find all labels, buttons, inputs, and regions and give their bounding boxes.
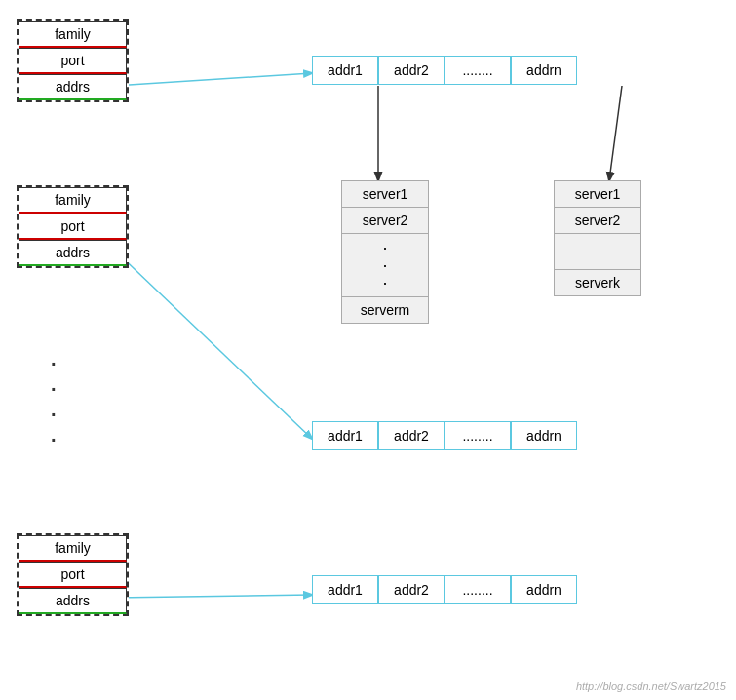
addr-row3-cell2: addr2 <box>378 575 445 604</box>
svg-line-0 <box>114 73 312 86</box>
struct3-port: port <box>19 562 127 588</box>
struct3-family: family <box>19 535 127 562</box>
srv2-cell4: serverk <box>555 270 640 295</box>
struct2-addrs: addrs <box>19 240 127 266</box>
diagram: family port addrs family port addrs ····… <box>0 0 736 700</box>
srv2-cell2: server2 <box>555 208 640 234</box>
addr-row1-cell1: addr1 <box>312 56 378 85</box>
svg-line-2 <box>609 86 622 180</box>
server-list-1: server1 server2 ··· serverm <box>341 180 429 324</box>
addr-row1-cell2: addr2 <box>378 56 445 85</box>
addr-row1-cell3: ........ <box>445 56 511 85</box>
addr-row3-cell1: addr1 <box>312 575 378 604</box>
addr-row2-cell1: addr1 <box>312 421 378 450</box>
addr-row-3: addr1 addr2 ........ addrn <box>312 575 577 604</box>
addr-row1-cell4: addrn <box>511 56 577 85</box>
addr-row3-cell3: ........ <box>445 575 511 604</box>
srv1-cell1: server1 <box>342 181 428 208</box>
server-list-2: server1 server2 serverk <box>554 180 641 296</box>
srv2-cell3 <box>555 234 640 270</box>
struct2-family: family <box>19 187 127 214</box>
struct2-port: port <box>19 214 127 240</box>
struct-box-1: family port addrs <box>17 19 129 102</box>
srv1-cell2: server2 <box>342 208 428 234</box>
struct1-addrs: addrs <box>19 74 127 100</box>
svg-line-4 <box>114 595 312 598</box>
addr-row3-cell4: addrn <box>511 575 577 604</box>
addr-row2-cell2: addr2 <box>378 421 445 450</box>
addr-row-2: addr1 addr2 ........ addrn <box>312 421 577 450</box>
struct1-port: port <box>19 48 127 74</box>
continuation-dots: ···· <box>51 351 57 452</box>
struct3-addrs: addrs <box>19 588 127 614</box>
svg-line-3 <box>114 250 312 439</box>
srv2-cell1: server1 <box>555 181 640 208</box>
watermark: http://blog.csdn.net/Swartz2015 <box>576 681 726 692</box>
struct1-family: family <box>19 21 127 48</box>
struct-box-2: family port addrs <box>17 185 129 268</box>
addr-row2-cell3: ........ <box>445 421 511 450</box>
addr-row-1: addr1 addr2 ........ addrn <box>312 56 577 85</box>
addr-row2-cell4: addrn <box>511 421 577 450</box>
srv1-cell4: serverm <box>342 297 428 323</box>
struct-box-3: family port addrs <box>17 533 129 616</box>
srv1-cell3: ··· <box>342 234 428 297</box>
